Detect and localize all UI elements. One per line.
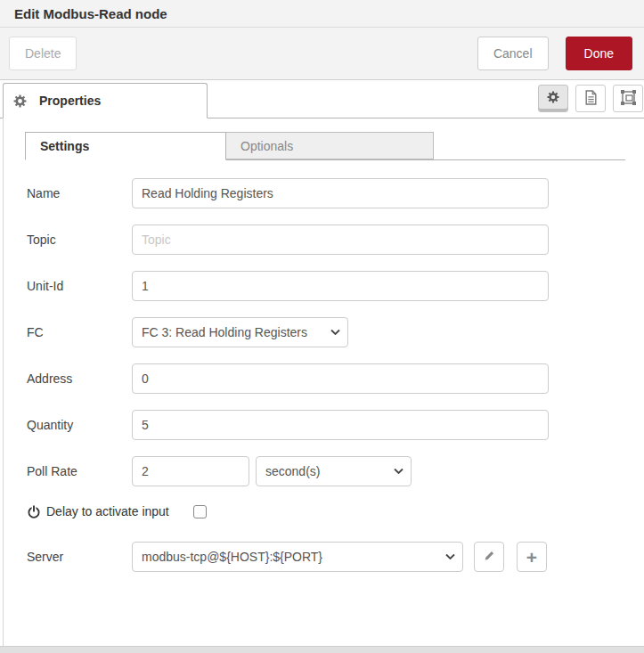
server-row: Server modbus-tcp@${HOST}:${PORT} + bbox=[27, 542, 644, 572]
delay-label: Delay to activate input bbox=[46, 504, 169, 518]
delete-button[interactable]: Delete bbox=[9, 37, 77, 70]
address-row: Address bbox=[27, 363, 644, 394]
appearance-button[interactable] bbox=[613, 85, 643, 112]
address-label: Address bbox=[27, 371, 132, 386]
done-button[interactable]: Done bbox=[566, 37, 632, 70]
tab-settings[interactable]: Settings bbox=[25, 132, 226, 160]
topic-input[interactable] bbox=[132, 224, 549, 255]
server-label: Server bbox=[27, 550, 132, 564]
poll-rate-row: Poll Rate second(s) bbox=[27, 456, 644, 486]
tab-properties[interactable]: Properties bbox=[3, 83, 208, 118]
pencil-icon bbox=[483, 550, 495, 565]
poll-rate-unit-value: second(s) bbox=[265, 464, 320, 478]
fc-label: FC bbox=[27, 325, 132, 339]
fc-select[interactable]: FC 3: Read Holding Registers bbox=[132, 317, 348, 347]
topic-label: Topic bbox=[27, 233, 132, 247]
poll-rate-input[interactable] bbox=[132, 456, 249, 486]
unit-id-row: Unit-Id bbox=[27, 271, 644, 301]
address-input[interactable] bbox=[132, 363, 549, 394]
tray-tabbar: Properties bbox=[0, 80, 644, 118]
topic-row: Topic bbox=[27, 224, 644, 255]
unit-id-label: Unit-Id bbox=[27, 279, 132, 293]
form-tabbar: Settings Optionals bbox=[25, 131, 625, 160]
quantity-input[interactable] bbox=[132, 410, 549, 440]
delay-checkbox[interactable] bbox=[193, 505, 207, 518]
fc-select-value: FC 3: Read Holding Registers bbox=[142, 325, 307, 339]
quantity-label: Quantity bbox=[27, 418, 132, 432]
tab-optionals-label: Optionals bbox=[240, 139, 293, 153]
poll-rate-unit-select[interactable]: second(s) bbox=[256, 456, 412, 486]
settings-form: Name Topic Unit-Id FC FC 3: Read Holding… bbox=[0, 160, 644, 572]
delay-row: Delay to activate input bbox=[27, 502, 644, 520]
tab-optionals[interactable]: Optionals bbox=[226, 132, 434, 159]
fc-row: FC FC 3: Read Holding Registers bbox=[27, 317, 644, 347]
document-icon bbox=[584, 90, 598, 108]
dialog-bottom-edge bbox=[0, 646, 644, 653]
dialog-actionbar: Delete Cancel Done bbox=[0, 28, 644, 80]
description-button[interactable] bbox=[575, 85, 606, 112]
add-server-button[interactable]: + bbox=[517, 542, 547, 572]
properties-tab-label: Properties bbox=[39, 94, 101, 108]
object-group-icon bbox=[621, 90, 636, 108]
edit-server-button[interactable] bbox=[474, 542, 504, 572]
chevron-down-icon bbox=[330, 330, 340, 336]
properties-view-button[interactable] bbox=[538, 85, 568, 112]
tray-tools bbox=[538, 85, 643, 112]
dialog-title: Edit Modbus-Read node bbox=[14, 6, 167, 21]
server-select-value: modbus-tcp@${HOST}:${PORT} bbox=[142, 550, 322, 564]
chevron-down-icon bbox=[445, 554, 455, 560]
name-input[interactable] bbox=[132, 178, 549, 208]
chevron-down-icon bbox=[394, 469, 404, 475]
poll-rate-label: Poll Rate bbox=[27, 464, 132, 478]
name-row: Name bbox=[27, 178, 644, 208]
name-label: Name bbox=[27, 186, 132, 200]
tab-settings-label: Settings bbox=[40, 139, 89, 153]
unit-id-input[interactable] bbox=[132, 271, 549, 301]
dialog-titlebar: Edit Modbus-Read node bbox=[0, 0, 644, 28]
gear-icon bbox=[13, 94, 27, 108]
power-icon bbox=[27, 504, 41, 519]
server-select[interactable]: modbus-tcp@${HOST}:${PORT} bbox=[132, 542, 463, 572]
quantity-row: Quantity bbox=[27, 410, 644, 440]
plus-icon: + bbox=[526, 548, 537, 567]
cancel-button[interactable]: Cancel bbox=[477, 37, 549, 70]
gear-icon bbox=[547, 91, 559, 106]
